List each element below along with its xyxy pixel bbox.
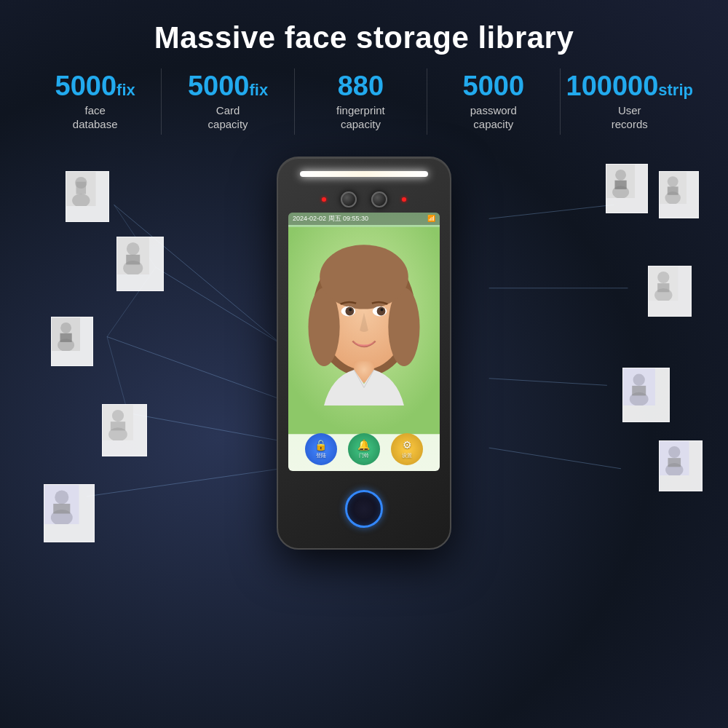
ir-dot-left [322, 197, 326, 202]
woman-face-svg [288, 225, 440, 436]
stat-number-face: 5000 [55, 71, 117, 101]
page-header: Massive face storage library [0, 0, 728, 68]
stat-face-database: 5000fix facedatabase [29, 68, 162, 135]
stat-label-fingerprint: fingerprintcapacity [301, 103, 421, 132]
face-node-left-4 [102, 404, 147, 456]
face-node-left-1 [66, 171, 109, 222]
svg-rect-51 [668, 458, 681, 467]
face-nodes-right [502, 149, 706, 586]
stat-number-card: 5000 [188, 71, 250, 101]
main-content: 2024-02-02 周五 09:55:30 📶 [0, 149, 728, 601]
face-node-right-1 [606, 164, 648, 213]
person-icon-r2 [660, 172, 687, 204]
face-recognition-device: 2024-02-02 周五 09:55:30 📶 [277, 157, 451, 550]
face-node-left-5 [44, 484, 95, 542]
person-icon-r1 [606, 165, 635, 198]
screen-face-area [288, 225, 440, 436]
stat-suffix-face: fix [116, 81, 135, 99]
svg-rect-47 [632, 386, 646, 396]
face-node-right-5 [659, 440, 703, 491]
ir-dot-right [402, 197, 406, 202]
svg-rect-27 [111, 422, 125, 430]
screen-datetime: 2024-02-02 周五 09:55:30 [293, 214, 368, 223]
svg-point-45 [633, 373, 645, 385]
page-title: Massive face storage library [15, 20, 713, 55]
svg-point-37 [668, 176, 678, 187]
wifi-icon: 📶 [427, 215, 435, 222]
person-icon-3 [52, 317, 80, 351]
svg-rect-35 [614, 181, 626, 189]
person-icon-r4 [623, 368, 655, 405]
svg-point-29 [55, 490, 68, 504]
stat-label-face: facedatabase [35, 103, 155, 132]
svg-point-41 [657, 272, 669, 283]
device-light-bar [300, 171, 428, 177]
svg-rect-43 [657, 283, 669, 292]
svg-point-60 [345, 306, 354, 315]
person-icon-r5 [660, 441, 689, 476]
camera-lens-left [341, 191, 357, 207]
lock-icon: 🔒 [314, 439, 327, 451]
stat-label-records: Userrecords [566, 103, 694, 132]
svg-point-57 [320, 245, 408, 309]
svg-rect-19 [126, 255, 140, 265]
svg-point-33 [615, 170, 626, 181]
gear-icon: ⚙ [403, 439, 412, 451]
device-screen: 2024-02-02 周五 09:55:30 📶 [288, 213, 440, 471]
stat-number-fingerprint: 880 [338, 71, 384, 101]
device-container: 2024-02-02 周五 09:55:30 📶 [277, 157, 451, 550]
stat-fingerprint: 880 fingerprintcapacity [295, 68, 427, 135]
person-icon-r3 [649, 266, 678, 301]
screen-btn-lock[interactable]: 🔒 登陆 [305, 433, 337, 465]
stat-password: 5000 passwordcapacity [427, 68, 560, 135]
fingerprint-ring[interactable] [345, 490, 383, 528]
person-icon-4 [103, 405, 133, 440]
person-icon-5 [44, 485, 79, 525]
person-icon-1 [66, 172, 96, 207]
screen-statusbar: 2024-02-02 周五 09:55:30 📶 [288, 213, 440, 225]
camera-lens-right [371, 191, 387, 207]
svg-rect-39 [668, 186, 678, 194]
stat-label-password: passwordcapacity [433, 103, 553, 132]
screen-btn-bell[interactable]: 🔔 门铃 [348, 433, 380, 465]
stat-number-records: 100000 [566, 71, 659, 101]
svg-rect-23 [60, 333, 71, 342]
svg-point-25 [112, 410, 124, 422]
face-nodes-left [22, 149, 226, 586]
face-node-right-4 [622, 368, 670, 422]
screen-buttons: 🔒 登陆 🔔 门铃 ⚙ 设置 [288, 433, 440, 465]
device-cameras [278, 186, 450, 213]
person-icon-2 [117, 237, 149, 274]
face-node-right-2 [659, 171, 699, 218]
svg-point-63 [381, 308, 384, 311]
screen-btn-label-settings: 设置 [402, 452, 412, 459]
bell-icon: 🔔 [357, 439, 370, 451]
stat-suffix-card: fix [249, 81, 268, 99]
stat-user-records: 100000strip Userrecords [561, 68, 700, 135]
svg-point-61 [377, 306, 386, 315]
svg-rect-15 [76, 181, 87, 194]
stat-label-card: Cardcapacity [167, 103, 288, 132]
face-node-left-3 [51, 317, 93, 366]
svg-point-17 [127, 242, 140, 256]
stats-row: 5000fix facedatabase 5000fix Cardcapacit… [0, 68, 728, 135]
stat-card-capacity: 5000fix Cardcapacity [162, 68, 294, 135]
screen-btn-label-lock: 登陆 [316, 452, 326, 459]
screen-btn-settings[interactable]: ⚙ 设置 [391, 433, 423, 465]
screen-btn-label-bell: 门铃 [359, 452, 369, 459]
svg-rect-31 [53, 504, 70, 514]
face-node-left-2 [116, 237, 164, 291]
svg-point-21 [60, 323, 71, 333]
stat-number-password: 5000 [463, 71, 525, 101]
face-node-right-3 [648, 266, 692, 317]
stat-suffix-records: strip [658, 81, 693, 99]
svg-point-62 [349, 308, 352, 311]
svg-point-49 [668, 446, 680, 458]
